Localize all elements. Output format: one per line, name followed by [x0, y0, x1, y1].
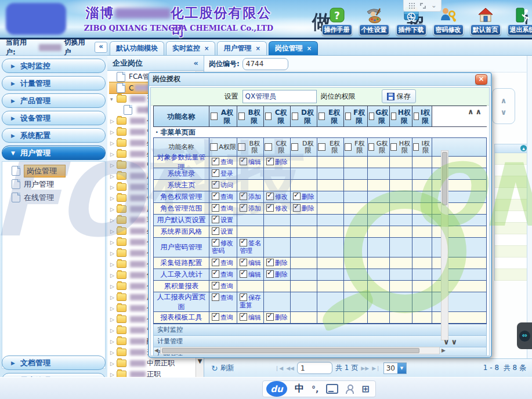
- sidebar-menu-实时监控[interactable]: ▶实时监控: [2, 59, 106, 73]
- prev-page-button[interactable]: ◀◀: [286, 365, 294, 371]
- checkbox-checked[interactable]: [212, 239, 219, 246]
- checkbox-checked[interactable]: [212, 313, 219, 321]
- tree-scroll-down-arrow[interactable]: ▼: [196, 358, 204, 364]
- dialog-vertical-scrollbar[interactable]: [441, 150, 448, 340]
- dialog-title-bar[interactable]: 岗位授权 ×: [149, 73, 491, 86]
- checkbox-unchecked[interactable]: [368, 143, 374, 151]
- tree-expand-icon[interactable]: ▷: [110, 339, 117, 344]
- tree-expand-icon[interactable]: ▷: [110, 151, 117, 157]
- sidebar-menu-产品管理[interactable]: ▶产品管理: [2, 93, 106, 108]
- ime-menu-icon[interactable]: ⊞: [361, 385, 369, 394]
- sidebar-menu-文档管理[interactable]: ▶文档管理: [2, 356, 106, 370]
- tree-expand-icon[interactable]: ▷: [110, 328, 117, 333]
- checkbox-unchecked[interactable]: [345, 143, 352, 151]
- tree-expand-icon[interactable]: ▷: [110, 262, 117, 267]
- page-size-select[interactable]: 30 ▼: [383, 362, 407, 374]
- checkbox-checked[interactable]: [212, 216, 219, 223]
- checkbox-checked[interactable]: [212, 293, 219, 301]
- checkbox-unchecked[interactable]: [210, 143, 218, 151]
- tree-expand-icon[interactable]: ▷: [110, 173, 117, 179]
- last-page-button[interactable]: ▶❘: [372, 365, 380, 371]
- tree-expand-icon[interactable]: ▷: [110, 306, 117, 311]
- tree-expand-icon[interactable]: ▷: [110, 273, 117, 278]
- sidebar-menu-计量管理[interactable]: ▶计量管理: [2, 76, 106, 90]
- checkbox-unchecked[interactable]: [390, 143, 397, 151]
- checkbox-checked[interactable]: [266, 158, 274, 165]
- capture-overlay-widget[interactable]: ⌄: [403, 0, 441, 12]
- ime-account-icon[interactable]: [346, 385, 354, 393]
- scroll-up-indicators[interactable]: ∧∧: [468, 107, 483, 116]
- tree-expand-icon[interactable]: ▷: [110, 251, 117, 256]
- tree-collapse-button[interactable]: «: [194, 59, 198, 67]
- personal-button[interactable]: 个性设置: [357, 6, 390, 35]
- tree-expand-icon[interactable]: ▷: [110, 118, 117, 124]
- sidebar-collapse-button[interactable]: «: [95, 42, 107, 53]
- checkbox-checked[interactable]: [212, 270, 219, 278]
- spin-up-icon[interactable]: ∧: [501, 96, 507, 105]
- background-spinner-box[interactable]: ∧ ∨: [492, 88, 515, 124]
- tree-expand-icon[interactable]: ▷: [110, 184, 117, 190]
- logout-button[interactable]: 退出系统: [506, 6, 532, 35]
- tree-expand-icon[interactable]: ▷: [110, 195, 117, 201]
- sidebar-menu-设备管理[interactable]: ▶设备管理: [2, 111, 106, 125]
- checkbox-checked[interactable]: [240, 259, 247, 266]
- checkbox-checked[interactable]: [266, 204, 274, 212]
- panel-collapse-icon[interactable]: ▲: [520, 145, 527, 151]
- remote-control-badge[interactable]: ⇔: [517, 322, 532, 349]
- tree-expand-icon[interactable]: ▷: [110, 317, 117, 322]
- checkbox-checked[interactable]: [240, 193, 247, 200]
- dialog-horizontal-scrollbar[interactable]: ◀ ▶: [154, 346, 446, 354]
- tree-item[interactable]: ▷中层正职: [109, 358, 196, 369]
- checkbox-unchecked[interactable]: [292, 113, 298, 120]
- checkbox-checked[interactable]: [212, 169, 219, 177]
- drag-dots-icon[interactable]: [408, 2, 415, 9]
- ime-skin-icon[interactable]: [326, 384, 338, 394]
- ime-punctuation-mode[interactable]: °,: [312, 385, 319, 394]
- tab-close-icon[interactable]: ×: [204, 45, 209, 52]
- tab-实时监控[interactable]: 实时监控×: [166, 41, 215, 55]
- tree-expand-icon[interactable]: ▷: [110, 361, 117, 367]
- spin-down-icon[interactable]: ∨: [501, 108, 507, 117]
- checkbox-checked[interactable]: [240, 270, 247, 278]
- page-size-dropdown-icon[interactable]: ▼: [397, 363, 406, 373]
- tab-岗位管理[interactable]: 岗位管理×: [269, 41, 318, 55]
- checkbox-checked[interactable]: [212, 227, 219, 235]
- checkbox-checked[interactable]: [293, 193, 301, 200]
- sidebar-item-用户管理[interactable]: 用户管理: [2, 177, 105, 191]
- role-name-input[interactable]: [243, 90, 317, 103]
- tree-expand-icon[interactable]: ▷: [110, 372, 117, 378]
- checkbox-unchecked[interactable]: [345, 113, 351, 120]
- tree-expand-icon[interactable]: ▷: [110, 240, 117, 245]
- page-number-input[interactable]: [297, 362, 332, 374]
- tree-collapse-icon[interactable]: ▾: [110, 96, 117, 102]
- checkbox-checked[interactable]: [240, 158, 247, 165]
- checkbox-unchecked[interactable]: [238, 113, 245, 120]
- tree-expand-icon[interactable]: ▷: [110, 206, 117, 212]
- module-group-计量管理[interactable]: 计量管理: [153, 336, 487, 347]
- tree-expand-icon[interactable]: ▷: [110, 129, 117, 135]
- first-page-button[interactable]: ❘◀: [275, 365, 283, 371]
- checkbox-unchecked[interactable]: [414, 113, 419, 120]
- checkbox-unchecked[interactable]: [291, 143, 298, 151]
- tree-expand-icon[interactable]: ▷: [110, 228, 117, 234]
- next-page-button[interactable]: ▶▶: [361, 365, 369, 371]
- tree-expand-icon[interactable]: ▷: [110, 217, 117, 223]
- checkbox-unchecked[interactable]: [413, 143, 419, 151]
- checkbox-checked[interactable]: [266, 270, 274, 278]
- tree-item[interactable]: ▷正职: [109, 369, 196, 377]
- scroll-right-icon[interactable]: ▶: [441, 347, 446, 353]
- sidebar-menu-系统配置[interactable]: ▶系统配置: [2, 128, 106, 143]
- checkbox-checked[interactable]: [212, 204, 219, 212]
- manual-button[interactable]: ?操作手册: [320, 6, 353, 35]
- tab-用户管理[interactable]: 用户管理×: [217, 41, 266, 55]
- checkbox-checked[interactable]: [240, 293, 247, 301]
- tree-expand-icon[interactable]: ▷: [110, 162, 117, 168]
- save-button[interactable]: 保存: [382, 89, 416, 103]
- checkbox-checked[interactable]: [266, 313, 274, 321]
- checkbox-unchecked[interactable]: [265, 113, 272, 120]
- ime-logo-icon[interactable]: du: [266, 381, 287, 397]
- sidebar-item-岗位管理[interactable]: 岗位管理: [2, 164, 105, 177]
- tree-expand-icon[interactable]: ▷: [110, 284, 117, 289]
- checkbox-checked[interactable]: [240, 313, 247, 321]
- tab-close-icon[interactable]: ×: [255, 45, 260, 52]
